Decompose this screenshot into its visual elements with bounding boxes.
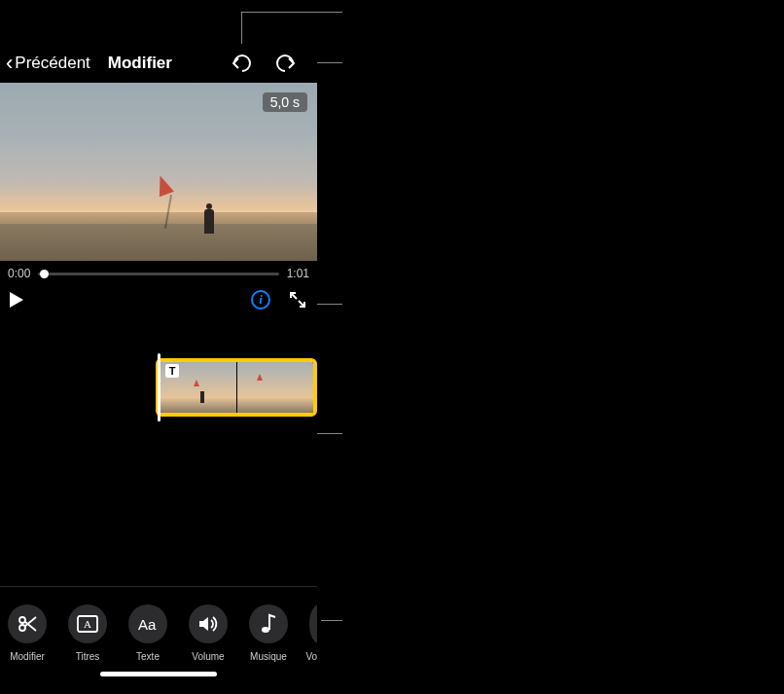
title-frame-icon: A <box>77 615 98 633</box>
tool-music: Musique <box>249 604 288 662</box>
tool-label: Volume <box>192 651 224 662</box>
svg-text:A: A <box>84 618 91 630</box>
tool-label: Titres <box>76 651 100 662</box>
header-bar: ‹ Précédent Modifier <box>0 44 317 83</box>
scrubber-track[interactable] <box>38 273 278 275</box>
video-clip[interactable]: T <box>156 358 317 417</box>
timeline[interactable]: T <box>0 358 317 417</box>
page-title: Modifier <box>108 54 172 73</box>
undo-icon <box>231 53 254 74</box>
music-button[interactable] <box>249 604 288 643</box>
redo-icon <box>273 53 297 74</box>
aa-icon: Aa <box>136 615 160 633</box>
video-viewer[interactable]: 5,0 s <box>0 83 317 261</box>
redo-button[interactable] <box>272 51 298 76</box>
svg-line-2 <box>25 622 37 632</box>
tool-modifier: Modifier <box>8 604 47 662</box>
svg-text:Aa: Aa <box>138 616 157 633</box>
scrubber-bar: 0:00 1:01 <box>0 261 317 286</box>
preview-person <box>204 209 214 234</box>
clip-duration-badge: 5,0 s <box>263 92 307 112</box>
total-time-label: 1:01 <box>287 267 309 280</box>
music-note-icon <box>260 613 277 635</box>
voice-button[interactable] <box>309 604 317 643</box>
back-button[interactable]: ‹ Précédent <box>4 49 92 78</box>
tool-volume: Volume <box>189 604 228 662</box>
tool-label: Modifier <box>10 651 45 662</box>
tools-row: Modifier A Titres Aa Texte <box>0 604 317 662</box>
app-container: ‹ Précédent Modifier 5, <box>0 44 317 686</box>
svg-point-7 <box>262 627 269 633</box>
fullscreen-icon <box>288 290 307 310</box>
modifier-button[interactable] <box>8 604 47 643</box>
clip-thumbnail <box>237 362 314 413</box>
back-label: Précédent <box>15 54 90 73</box>
tool-label: Musique <box>250 651 287 662</box>
tool-voice: Voix h <box>309 604 317 662</box>
undo-redo-group <box>230 51 313 76</box>
text-overlay-badge: T <box>165 364 179 378</box>
play-button[interactable] <box>10 292 23 308</box>
scissors-icon <box>17 613 38 635</box>
tool-text: Aa Texte <box>128 604 167 662</box>
fullscreen-button[interactable] <box>288 290 307 310</box>
playhead[interactable] <box>158 353 160 421</box>
scrubber-thumb[interactable] <box>40 270 49 278</box>
bottom-toolbar: Modifier A Titres Aa Texte <box>0 586 317 686</box>
chevron-left-icon: ‹ <box>6 53 13 74</box>
tool-label: Voix h <box>305 651 317 662</box>
home-indicator[interactable] <box>100 672 217 676</box>
undo-button[interactable] <box>230 51 255 76</box>
tool-titles: A Titres <box>68 604 107 662</box>
speaker-icon <box>197 614 219 634</box>
text-button[interactable]: Aa <box>128 604 167 643</box>
info-button[interactable]: i <box>251 290 270 310</box>
playback-controls: i <box>0 286 317 319</box>
volume-button[interactable] <box>189 604 228 643</box>
preview-beach <box>0 224 317 261</box>
tool-label: Texte <box>136 651 160 662</box>
current-time-label: 0:00 <box>8 267 30 280</box>
svg-line-3 <box>25 617 37 627</box>
titles-button[interactable]: A <box>68 604 107 643</box>
